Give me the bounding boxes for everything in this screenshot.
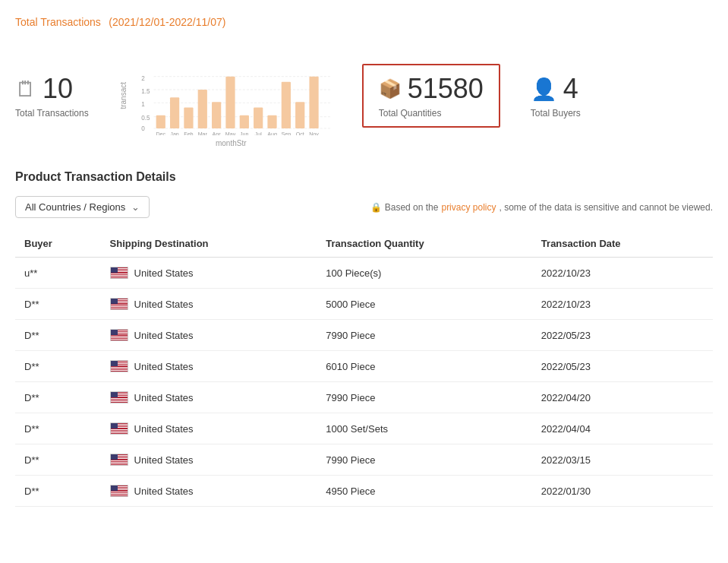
svg-rect-11 (170, 97, 179, 128)
quantities-label: Total Quantities (379, 108, 442, 119)
transactions-label: Total Transactions (15, 108, 89, 119)
cell-buyer: D** (15, 320, 101, 351)
svg-text:Sep: Sep (281, 131, 291, 135)
cell-quantity: 6010 Piece (317, 351, 532, 382)
dropdown-label: All Countries / Regions (25, 201, 125, 213)
svg-text:Nov: Nov (309, 131, 319, 135)
chevron-down-icon: ⌄ (131, 201, 140, 213)
table-row: D**United States5000 Piece2022/10/23 (15, 289, 713, 320)
cell-date: 2022/04/20 (532, 382, 713, 413)
privacy-suffix: , some of the data is sensitive and cann… (499, 202, 713, 213)
total-transactions-stat: 🗒 10 Total Transactions (15, 73, 89, 119)
total-buyers-stat: 👤 4 Total Buyers (531, 73, 581, 119)
total-quantities-stat: 📦 51580 Total Quantities (362, 64, 500, 128)
destination-text: United States (134, 423, 194, 435)
svg-text:Jan: Jan (170, 131, 179, 135)
buyers-icon: 👤 (531, 77, 557, 102)
date-range: (2021/12/01-2022/11/07) (109, 16, 225, 28)
cell-quantity: 7990 Piece (317, 320, 532, 351)
cell-destination: United States (101, 320, 317, 351)
cell-destination: United States (101, 351, 317, 382)
svg-text:2: 2 (141, 75, 145, 82)
table-row: D**United States7990 Piece2022/05/23 (15, 320, 713, 351)
us-flag-icon (110, 298, 128, 310)
svg-rect-20 (295, 102, 304, 128)
cell-destination: United States (101, 476, 317, 507)
svg-rect-13 (197, 90, 206, 128)
cell-buyer: D** (15, 413, 101, 444)
cell-destination: United States (101, 289, 317, 320)
svg-rect-19 (281, 82, 290, 128)
transactions-value: 10 (43, 73, 73, 105)
cell-date: 2022/10/23 (532, 258, 713, 289)
cell-date: 2022/05/23 (532, 351, 713, 382)
col-shipping: Shipping Destination (101, 230, 317, 258)
us-flag-icon (110, 267, 128, 279)
col-quantity: Transaction Quantity (317, 230, 532, 258)
transaction-table: Buyer Shipping Destination Transaction Q… (15, 230, 713, 507)
privacy-prefix: Based on the (385, 202, 439, 213)
quantities-icon: 📦 (379, 78, 402, 100)
table-row: D**United States7990 Piece2022/03/15 (15, 444, 713, 476)
col-date: Transaction Date (532, 230, 713, 258)
svg-rect-21 (309, 77, 318, 128)
cell-quantity: 7990 Piece (317, 444, 532, 476)
destination-text: United States (134, 361, 194, 372)
svg-text:0: 0 (141, 125, 145, 132)
privacy-policy-link[interactable]: privacy policy (441, 202, 496, 213)
lock-icon: 🔒 (370, 202, 382, 213)
cell-quantity: 7990 Piece (317, 382, 532, 413)
transaction-table-container: Buyer Shipping Destination Transaction Q… (15, 230, 713, 507)
stats-section: 🗒 10 Total Transactions transact 0 0.5 1… (15, 44, 713, 147)
destination-text: United States (134, 267, 194, 279)
destination-text: United States (134, 454, 194, 466)
cell-buyer: u** (15, 258, 101, 289)
transactions-icon: 🗒 (15, 77, 36, 102)
transactions-chart: transact 0 0.5 1 1.5 2 (119, 44, 332, 147)
destination-text: United States (134, 330, 194, 341)
section-title: Product Transaction Details (15, 170, 713, 184)
svg-rect-12 (184, 107, 193, 128)
svg-text:Dec: Dec (156, 131, 165, 135)
cell-destination: United States (101, 413, 317, 444)
table-row: D**United States7990 Piece2022/04/20 (15, 382, 713, 413)
table-header-row: Buyer Shipping Destination Transaction Q… (15, 230, 713, 258)
cell-destination: United States (101, 382, 317, 413)
svg-text:Jun: Jun (240, 131, 249, 135)
svg-text:Oct: Oct (295, 131, 304, 135)
cell-destination: United States (101, 258, 317, 289)
cell-date: 2022/01/30 (532, 476, 713, 507)
svg-text:Aug: Aug (267, 131, 277, 135)
chart-wrapper: 0 0.5 1 1.5 2 (131, 44, 332, 147)
table-row: D**United States4950 Piece2022/01/30 (15, 476, 713, 507)
country-filter-dropdown[interactable]: All Countries / Regions ⌄ (15, 196, 150, 218)
svg-rect-10 (156, 115, 165, 128)
buyers-value: 4 (563, 73, 578, 105)
buyers-label: Total Buyers (531, 108, 581, 119)
cell-quantity: 4950 Piece (317, 476, 532, 507)
svg-text:May: May (225, 131, 235, 135)
us-flag-icon (110, 485, 128, 497)
cell-date: 2022/04/04 (532, 413, 713, 444)
privacy-notice: 🔒 Based on the privacy policy , some of … (370, 202, 713, 213)
destination-text: United States (134, 486, 194, 497)
cell-buyer: D** (15, 382, 101, 413)
filter-row: All Countries / Regions ⌄ 🔒 Based on the… (15, 196, 713, 218)
col-buyer: Buyer (15, 230, 101, 258)
page-title-text: Total Transactions (15, 16, 101, 28)
svg-text:Apr: Apr (212, 131, 221, 135)
svg-text:Jul: Jul (254, 131, 262, 135)
cell-buyer: D** (15, 289, 101, 320)
us-flag-icon (110, 391, 128, 403)
table-row: D**United States6010 Piece2022/05/23 (15, 351, 713, 382)
cell-date: 2022/10/23 (532, 289, 713, 320)
destination-text: United States (134, 299, 194, 310)
chart-x-label: monthStr (131, 139, 332, 147)
cell-destination: United States (101, 444, 317, 476)
svg-rect-17 (254, 107, 263, 128)
cell-buyer: D** (15, 444, 101, 476)
us-flag-icon (110, 329, 128, 341)
us-flag-icon (110, 422, 128, 435)
svg-text:Mar: Mar (197, 131, 207, 135)
svg-text:0.5: 0.5 (141, 115, 150, 122)
